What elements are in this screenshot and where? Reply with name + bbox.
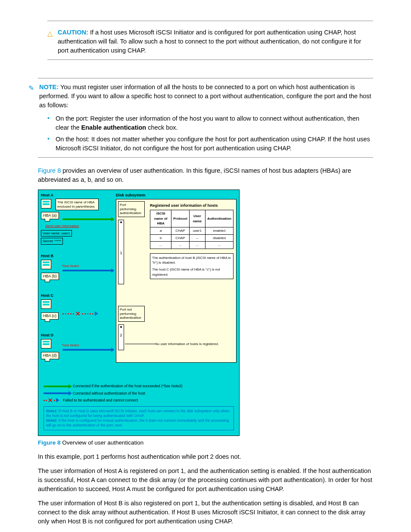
host-a-label: Host A <box>41 193 113 198</box>
legend-2: Connected without authentication of the … <box>73 391 145 396</box>
intro-paragraph: Figure 8 provides an overview of user au… <box>38 166 373 184</box>
caution-text: If a host uses Microsoft iSCSI Initiator… <box>58 29 361 54</box>
hba-c: HBA (c) <box>41 312 59 320</box>
secret-box: Secret: ***** <box>41 238 63 245</box>
bullet-1: On the port: Register the user informati… <box>56 114 373 132</box>
computer-icon <box>41 339 51 348</box>
caution-body: CAUTION: If a host uses Microsoft iSCSI … <box>58 28 373 55</box>
port-2: 2 <box>118 324 124 350</box>
disk-subsystem-box: Port performing authentication 1 Port no… <box>116 199 237 363</box>
hba-b: HBA (b) <box>41 273 59 280</box>
host-c-label: Host C <box>41 293 113 299</box>
caution-block: △ CAUTION: If a host uses Microsoft iSCS… <box>38 28 373 55</box>
arrow-green-icon <box>44 386 69 387</box>
arrow-icon <box>95 311 98 316</box>
figure-8-link[interactable]: Figure 8 <box>38 167 61 174</box>
note-bullets: • On the port: Register the user informa… <box>47 114 373 153</box>
paragraph-3: The user information of Host B is also r… <box>38 499 373 526</box>
note-icon: ✎ <box>28 83 34 110</box>
note-label: NOTE: <box>39 84 59 90</box>
disk-subsystem-label: Disk subsystem <box>116 193 237 198</box>
registered-hosts-table: iSCSI name of HBA Protocol User name Aut… <box>150 210 234 249</box>
arrow-fail-icon: ✕ <box>44 398 59 403</box>
no-user-info: No user information of hosts is register… <box>155 342 219 347</box>
figure-8: Host A The iSCSI name of HBA enclosed in… <box>38 190 240 436</box>
note-body: NOTE: You must register user information… <box>39 83 373 110</box>
bullet-2: On the host: It does not matter whether … <box>56 135 373 153</box>
caution-icon: △ <box>47 28 53 55</box>
arrow-blue-icon <box>44 392 69 394</box>
computer-icon <box>41 299 51 309</box>
bullet-dot-icon: • <box>47 114 50 132</box>
port-1-label: Port performing authentication <box>118 201 145 217</box>
hba-a: HBA (a) <box>41 212 59 219</box>
see-note1: *See Note1 <box>62 343 79 348</box>
hba-d: HBA (d) <box>41 352 59 359</box>
figure-caption: Figure 8 Overview of user authentication <box>38 439 373 447</box>
send-info-label: Send user information <box>45 224 113 229</box>
note-intro: You must register user information of al… <box>39 84 371 109</box>
figure-legend: Connected if the authentication of the h… <box>41 381 237 433</box>
port-2-label: Port not performing authentication <box>118 306 145 322</box>
iscsi-note: The iSCSI name of HBA enclosed in parent… <box>56 199 99 210</box>
username-box: User name: user1 <box>41 230 72 237</box>
figure-notes: Note1: If Host B or Host D uses Microsof… <box>44 406 234 430</box>
paragraph-2: The user information of Host A is regist… <box>38 467 373 494</box>
bullet-dot-icon: • <box>47 135 50 153</box>
computer-icon <box>41 260 51 269</box>
x-icon: ✕ <box>75 309 81 318</box>
legend-3: Failed to be authenticated and cannot co… <box>63 398 138 403</box>
note-block: ✎ NOTE: You must register user informati… <box>28 83 373 110</box>
reg-table-title: Registered user information of hosts <box>150 203 234 208</box>
see-note1: *See Note1 <box>62 264 79 269</box>
caution-label: CAUTION: <box>58 29 88 36</box>
host-b-label: Host B <box>41 253 113 259</box>
auth-notes: The authentication of host B (iSCSI name… <box>150 253 234 279</box>
legend-1: Connected if the authentication of the h… <box>73 383 182 389</box>
computer-icon <box>41 199 51 208</box>
host-d-label: Host D <box>41 333 113 338</box>
paragraph-1: In this example, port 1 performs host au… <box>38 452 373 461</box>
port-1: 1 <box>118 220 124 284</box>
